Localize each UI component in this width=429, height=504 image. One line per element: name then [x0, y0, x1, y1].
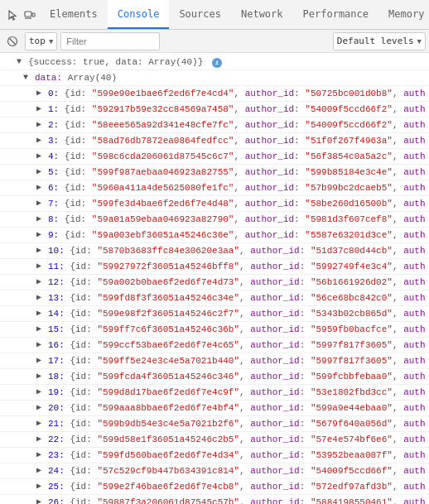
- table-row[interactable]: 22: {id: "599d58e1f36051a45246c2b5", aut…: [0, 432, 429, 448]
- tab-memory[interactable]: Memory: [378, 0, 429, 29]
- expand-row-arrow[interactable]: [36, 354, 46, 367]
- expand-row-arrow[interactable]: [36, 228, 46, 242]
- chevron-down-icon: ▼: [417, 37, 422, 46]
- table-row[interactable]: 12: {id: "59a002b0bae6f2ed6f7e4d73", aut…: [0, 275, 429, 290]
- svg-rect-0: [25, 12, 31, 17]
- tab-elements[interactable]: Elements: [40, 0, 108, 29]
- log-levels-selector[interactable]: Default levels ▼: [333, 32, 426, 50]
- filter-input[interactable]: [60, 32, 160, 50]
- data-array-line[interactable]: data: Array(40): [0, 70, 429, 86]
- table-row[interactable]: 26: {id: "59887f3a206061d87545c57b", aut…: [0, 495, 429, 504]
- expand-row-arrow[interactable]: [36, 291, 46, 305]
- console-toolbar: top ▼ Default levels ▼: [0, 30, 429, 53]
- expand-row-arrow[interactable]: [36, 496, 46, 504]
- expand-row-arrow[interactable]: [36, 276, 46, 289]
- table-row[interactable]: 14: {id: "599e98f2f36051a45246c2f7", aut…: [0, 306, 429, 322]
- expand-row-arrow[interactable]: [36, 401, 46, 415]
- root-object-line[interactable]: {success: true, data: Array(40)} i: [0, 55, 429, 70]
- expand-row-arrow[interactable]: [36, 370, 46, 383]
- tab-sources[interactable]: Sources: [169, 0, 231, 29]
- expand-root-arrow[interactable]: [17, 55, 27, 69]
- expand-row-arrow[interactable]: [36, 87, 46, 100]
- expand-row-arrow[interactable]: [36, 323, 46, 336]
- table-row[interactable]: 5: {id: "599f987aebaa046923a82755", auth…: [0, 165, 429, 180]
- expand-row-arrow[interactable]: [36, 307, 46, 320]
- table-row[interactable]: 3: {id: "58ad76db7872ea0864fedfcc", auth…: [0, 133, 429, 149]
- tab-network[interactable]: Network: [231, 0, 293, 29]
- console-output: {success: true, data: Array(40)} i data:…: [0, 53, 429, 504]
- table-row[interactable]: 8: {id: "59a01a59ebaa046923a82790", auth…: [0, 212, 429, 228]
- expand-row-arrow[interactable]: [36, 150, 46, 163]
- table-row[interactable]: 13: {id: "599fd8f3f36051a45246c34e", aut…: [0, 290, 429, 306]
- tab-icon-area: [3, 0, 40, 29]
- cursor-icon[interactable]: [7, 8, 20, 22]
- table-row[interactable]: 21: {id: "599b9db54e3c4e5a7021b2f6", aut…: [0, 416, 429, 432]
- svg-line-4: [10, 38, 16, 44]
- expand-row-arrow[interactable]: [36, 134, 46, 147]
- clear-console-button[interactable]: [3, 34, 22, 49]
- svg-rect-1: [32, 13, 35, 17]
- expand-row-arrow[interactable]: [36, 118, 46, 132]
- table-row[interactable]: 6: {id: "5960a411a4de5625080fe1fc", auth…: [0, 180, 429, 196]
- table-row[interactable]: 18: {id: "599fcda4f36051a45246c346", aut…: [0, 369, 429, 385]
- table-row[interactable]: 19: {id: "599d8d17bae6f2ed6f7e4c9f", aut…: [0, 385, 429, 401]
- table-row[interactable]: 9: {id: "59a003ebf36051a45246c36e", auth…: [0, 228, 429, 243]
- chevron-down-icon: ▼: [49, 37, 53, 46]
- expand-row-arrow[interactable]: [36, 197, 46, 210]
- expand-row-arrow[interactable]: [36, 417, 46, 430]
- table-row[interactable]: 20: {id: "599aaa8bbae6f2ed6f7e4bf4", aut…: [0, 401, 429, 416]
- expand-row-arrow[interactable]: [36, 480, 46, 493]
- table-row[interactable]: 4: {id: "598c6cda206061d87545c6c7", auth…: [0, 149, 429, 165]
- expand-row-arrow[interactable]: [36, 260, 46, 273]
- table-row[interactable]: 25: {id: "599e2f46bae6f2ed6f7e4cb8", aut…: [0, 479, 429, 495]
- table-row[interactable]: 15: {id: "599ff7c6f36051a45246c36b", aut…: [0, 322, 429, 338]
- table-row[interactable]: 2: {id: "58eee565a92d341e48cfe7fc", auth…: [0, 118, 429, 133]
- expand-row-arrow[interactable]: [36, 213, 46, 226]
- context-selector[interactable]: top ▼: [25, 32, 57, 50]
- expand-row-arrow[interactable]: [36, 386, 46, 399]
- expand-row-arrow[interactable]: [36, 244, 46, 257]
- table-row[interactable]: 24: {id: "57c529cf9b447b634391c814", aut…: [0, 463, 429, 479]
- table-row[interactable]: 7: {id: "599fe3d4bae6f2ed6f7e4d48", auth…: [0, 196, 429, 212]
- expand-data-arrow[interactable]: [23, 71, 33, 84]
- expand-row-arrow[interactable]: [36, 338, 46, 352]
- expand-row-arrow[interactable]: [36, 433, 46, 446]
- table-row[interactable]: 17: {id: "599ff5e24e3c4e5a7021b440", aut…: [0, 353, 429, 369]
- expand-row-arrow[interactable]: [36, 181, 46, 194]
- table-row[interactable]: 16: {id: "599ccf53bae6f2ed6f7e4c65", aut…: [0, 338, 429, 353]
- table-row[interactable]: 1: {id: "592917b59e32cc84569a7458", auth…: [0, 102, 429, 118]
- device-icon[interactable]: [23, 8, 36, 22]
- table-row[interactable]: 0: {id: "599e90e1bae6f2ed6f7e4cd4", auth…: [0, 86, 429, 102]
- tab-performance[interactable]: Performance: [293, 0, 378, 29]
- data-rows-container: 0: {id: "599e90e1bae6f2ed6f7e4cd4", auth…: [0, 86, 429, 504]
- info-icon: i: [212, 58, 222, 68]
- expand-row-arrow[interactable]: [36, 464, 46, 478]
- devtools-window: Elements Console Sources Network Perform…: [0, 0, 429, 504]
- expand-row-arrow[interactable]: [36, 103, 46, 116]
- table-row[interactable]: 23: {id: "599fd560bae6f2ed6f7e4d34", aut…: [0, 448, 429, 463]
- table-row[interactable]: 11: {id: "59927972f36051a45246bff8", aut…: [0, 259, 429, 275]
- tab-bar: Elements Console Sources Network Perform…: [0, 0, 429, 30]
- tab-console[interactable]: Console: [108, 0, 170, 29]
- expand-row-arrow[interactable]: [36, 449, 46, 462]
- table-row[interactable]: 10: {id: "5870b3683ffc84e30620e3aa", aut…: [0, 243, 429, 259]
- expand-row-arrow[interactable]: [36, 166, 46, 179]
